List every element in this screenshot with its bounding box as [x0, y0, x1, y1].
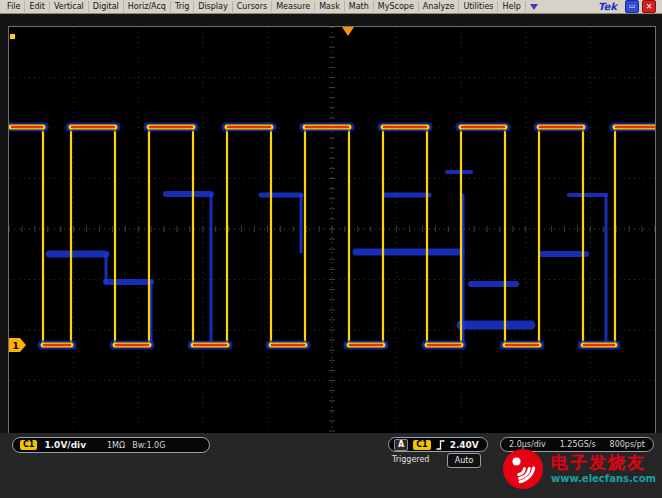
channel1-badge: C1 [20, 440, 37, 450]
elecfans-logo-icon [502, 448, 544, 490]
trigger-source-badge: A [394, 439, 408, 451]
menu-item-vertical[interactable]: Vertical [50, 1, 89, 12]
trigger-readout[interactable]: A C1 2.40V [388, 437, 488, 452]
trigger-position-icon [530, 4, 538, 10]
menu-item-cursors[interactable]: Cursors [233, 1, 272, 12]
menu-item-utilities[interactable]: Utilities [459, 1, 498, 12]
trigger-channel-badge: C1 [413, 440, 430, 450]
minimize-button[interactable]: ▭ [625, 0, 639, 13]
menu-item-trig[interactable]: Trig [171, 1, 194, 12]
channel1-scale: 1.0V/div [44, 440, 86, 450]
status-bar: C1 1.0V/div 1MΩ Bw:1.0G A C1 2.40V Trigg… [0, 433, 662, 498]
watermark: 电子发烧友 www.elecfans.com [502, 448, 656, 490]
rising-edge-icon [436, 440, 445, 450]
channel1-impedance: 1MΩ [107, 441, 125, 450]
waveform-display[interactable]: 1 [8, 26, 656, 434]
menu-item-display[interactable]: Display [194, 1, 233, 12]
trigger-mode-label: Auto [455, 456, 474, 465]
menu-item-edit[interactable]: Edit [25, 1, 50, 12]
tek-logo: Tek [598, 1, 625, 12]
scope-graticule[interactable]: 1 [9, 27, 655, 433]
tekscope-window: FileEditVerticalDigitalHoriz/AcqTrigDisp… [0, 0, 662, 498]
watermark-url: www.elecfans.com [551, 473, 656, 485]
trigger-mode[interactable]: Auto [447, 453, 481, 468]
svg-text:1: 1 [13, 341, 19, 351]
menu-item-analyze[interactable]: Analyze [419, 1, 460, 12]
menu-items: FileEditVerticalDigitalHoriz/AcqTrigDisp… [3, 1, 526, 12]
menu-item-mask[interactable]: Mask [315, 1, 345, 12]
channel1-readout[interactable]: C1 1.0V/div 1MΩ Bw:1.0G [12, 437, 210, 453]
menu-item-digital[interactable]: Digital [89, 1, 124, 12]
menu-item-horizacq[interactable]: Horiz/Acq [124, 1, 171, 12]
menu-item-help[interactable]: Help [498, 1, 525, 12]
menu-item-file[interactable]: File [3, 1, 25, 12]
channel1-bandwidth: Bw:1.0G [132, 441, 165, 450]
menu-item-math[interactable]: Math [345, 1, 374, 12]
watermark-title: 电子发烧友 [551, 453, 656, 473]
trigger-state: Triggered [392, 455, 429, 464]
menu-item-myscope[interactable]: MyScope [374, 1, 419, 12]
menu-bar: FileEditVerticalDigitalHoriz/AcqTrigDisp… [0, 0, 662, 14]
menu-item-measure[interactable]: Measure [272, 1, 315, 12]
trigger-level: 2.40V [450, 440, 479, 450]
close-button[interactable]: ✕ [642, 0, 656, 13]
